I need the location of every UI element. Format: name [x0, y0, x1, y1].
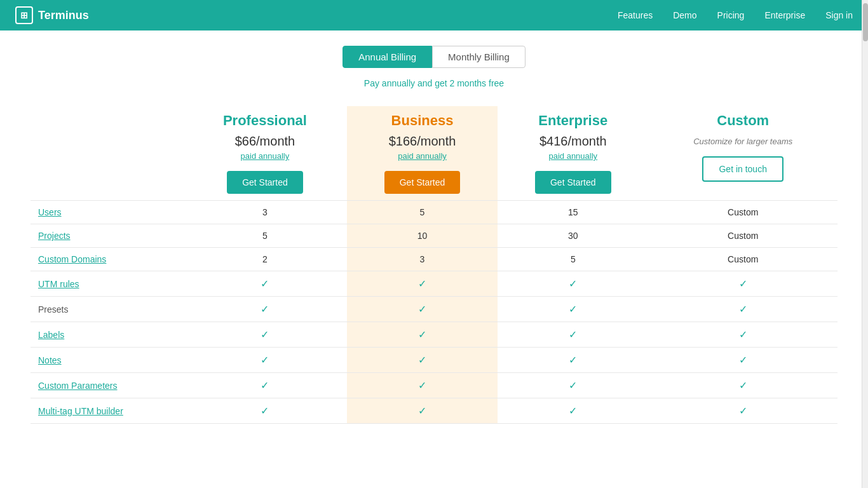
- nav-links: Features Demo Pricing Enterprise Sign in: [618, 10, 853, 20]
- table-row: Users3515Custom: [31, 201, 837, 224]
- plan-billing-business: paid annually: [355, 151, 490, 161]
- plan-enterprise-header: Enterprise $416/month paid annually Get …: [498, 106, 648, 201]
- plan-professional-header: Professional $66/month paid annually Get…: [183, 106, 347, 201]
- check-icon: ✓: [739, 329, 747, 340]
- monthly-billing-button[interactable]: Monthly Billing: [432, 46, 526, 68]
- features-tbody: Users3515CustomProjects51030CustomCustom…: [31, 201, 837, 424]
- scrollbar-thumb[interactable]: [863, 3, 868, 41]
- feature-value-7-plan-3: ✓: [648, 373, 837, 398]
- feature-col-header: [31, 106, 183, 201]
- feature-value-8-plan-2: ✓: [498, 398, 648, 424]
- feature-value-7-plan-2: ✓: [498, 373, 648, 398]
- check-icon: ✓: [739, 304, 747, 315]
- feature-value-4-plan-2: ✓: [498, 297, 648, 322]
- check-icon: ✓: [569, 405, 577, 416]
- plan-subtitle-custom: Customize for larger teams: [656, 137, 830, 146]
- nav-enterprise[interactable]: Enterprise: [764, 10, 805, 20]
- nav-demo[interactable]: Demo: [673, 10, 696, 20]
- feature-value-2-plan-1: 3: [347, 248, 498, 271]
- check-icon: ✓: [261, 380, 269, 391]
- feature-value-5-plan-3: ✓: [648, 322, 837, 348]
- feature-value-8-plan-3: ✓: [648, 398, 837, 424]
- check-icon: ✓: [261, 278, 269, 289]
- scrollbar[interactable]: [862, 0, 868, 449]
- logo-text: Terminus: [38, 9, 89, 22]
- feature-label-8[interactable]: Multi-tag UTM builder: [31, 398, 183, 424]
- feature-value-7-plan-0: ✓: [183, 373, 347, 398]
- feature-value-1-plan-0: 5: [183, 224, 347, 248]
- feature-value-5-plan-0: ✓: [183, 322, 347, 348]
- feature-value-6-plan-3: ✓: [648, 348, 837, 373]
- feature-label-6[interactable]: Notes: [31, 348, 183, 373]
- plan-name-enterprise: Enterprise: [505, 112, 641, 129]
- feature-value-0-plan-0: 3: [183, 201, 347, 224]
- feature-value-6-plan-2: ✓: [498, 348, 648, 373]
- check-icon: ✓: [261, 405, 269, 416]
- pricing-table: Professional $66/month paid annually Get…: [31, 106, 837, 424]
- feature-label-3[interactable]: UTM rules: [31, 271, 183, 297]
- feature-label-2[interactable]: Custom Domains: [31, 248, 183, 271]
- check-icon: ✓: [739, 405, 747, 416]
- nav-features[interactable]: Features: [618, 10, 653, 20]
- plan-price-business: $166/month: [355, 134, 490, 149]
- feature-label-1[interactable]: Projects: [31, 224, 183, 248]
- check-icon: ✓: [418, 380, 426, 391]
- check-icon: ✓: [569, 380, 577, 391]
- check-icon: ✓: [261, 355, 269, 365]
- feature-value-3-plan-1: ✓: [347, 271, 498, 297]
- feature-value-4-plan-3: ✓: [648, 297, 837, 322]
- feature-value-8-plan-0: ✓: [183, 398, 347, 424]
- feature-value-2-plan-2: 5: [498, 248, 648, 271]
- check-icon: ✓: [569, 355, 577, 365]
- get-started-enterprise-button[interactable]: Get Started: [535, 171, 611, 194]
- feature-value-1-plan-3: Custom: [648, 224, 837, 248]
- plan-billing-enterprise: paid annually: [505, 151, 641, 161]
- feature-value-1-plan-2: 30: [498, 224, 648, 248]
- check-icon: ✓: [418, 304, 426, 315]
- feature-value-1-plan-1: 10: [347, 224, 498, 248]
- feature-value-2-plan-0: 2: [183, 248, 347, 271]
- nav-pricing[interactable]: Pricing: [717, 10, 745, 20]
- table-row: Multi-tag UTM builder✓✓✓✓: [31, 398, 837, 424]
- feature-value-0-plan-2: 15: [498, 201, 648, 224]
- logo-icon: ⊞: [15, 6, 33, 24]
- feature-value-0-plan-1: 5: [347, 201, 498, 224]
- nav-signin[interactable]: Sign in: [825, 10, 853, 20]
- plan-business-header: Business $166/month paid annually Get St…: [347, 106, 498, 201]
- plan-name-business: Business: [355, 112, 490, 129]
- table-row: Projects51030Custom: [31, 224, 837, 248]
- get-in-touch-custom-button[interactable]: Get in touch: [702, 156, 783, 182]
- feature-value-6-plan-0: ✓: [183, 348, 347, 373]
- check-icon: ✓: [418, 278, 426, 289]
- check-icon: ✓: [261, 329, 269, 340]
- check-icon: ✓: [739, 278, 747, 289]
- plan-header-row: Professional $66/month paid annually Get…: [31, 106, 837, 201]
- feature-value-6-plan-1: ✓: [347, 348, 498, 373]
- plan-name-professional: Professional: [191, 112, 339, 129]
- table-row: Custom Parameters✓✓✓✓: [31, 373, 837, 398]
- get-started-professional-button[interactable]: Get Started: [227, 171, 303, 194]
- plan-billing-professional: paid annually: [191, 151, 339, 161]
- main-content: Annual Billing Monthly Billing Pay annua…: [5, 30, 863, 449]
- plan-price-professional: $66/month: [191, 134, 339, 149]
- check-icon: ✓: [569, 329, 577, 340]
- plan-custom-header: Custom Customize for larger teams Get in…: [648, 106, 837, 201]
- feature-value-5-plan-2: ✓: [498, 322, 648, 348]
- feature-label-4: Presets: [31, 297, 183, 322]
- feature-value-3-plan-2: ✓: [498, 271, 648, 297]
- check-icon: ✓: [261, 304, 269, 315]
- feature-label-7[interactable]: Custom Parameters: [31, 373, 183, 398]
- feature-value-5-plan-1: ✓: [347, 322, 498, 348]
- feature-label-5[interactable]: Labels: [31, 322, 183, 348]
- navbar: ⊞ Terminus Features Demo Pricing Enterpr…: [0, 0, 868, 30]
- get-started-business-button[interactable]: Get Started: [384, 171, 461, 194]
- annual-billing-button[interactable]: Annual Billing: [342, 46, 432, 68]
- feature-label-0[interactable]: Users: [31, 201, 183, 224]
- check-icon: ✓: [569, 304, 577, 315]
- feature-value-2-plan-3: Custom: [648, 248, 837, 271]
- logo: ⊞ Terminus: [15, 6, 89, 24]
- plan-price-enterprise: $416/month: [505, 134, 641, 149]
- feature-value-0-plan-3: Custom: [648, 201, 837, 224]
- feature-value-4-plan-0: ✓: [183, 297, 347, 322]
- feature-value-3-plan-3: ✓: [648, 271, 837, 297]
